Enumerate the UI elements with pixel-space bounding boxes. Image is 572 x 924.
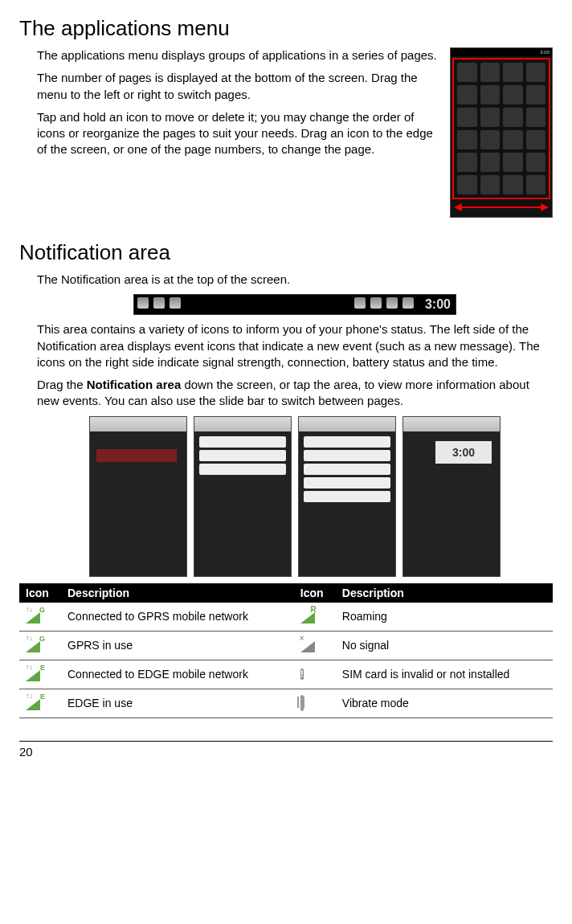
signal2-icon bbox=[386, 297, 398, 309]
table-row: ↑↓E Connected to EDGE mobile network ! S… bbox=[19, 660, 553, 689]
screenshot-app-menu: 3:00 bbox=[450, 47, 553, 218]
screenshot-notification-bar: 3:00 bbox=[133, 294, 456, 315]
sim-invalid-icon: ! bbox=[300, 668, 304, 680]
battery-icon bbox=[402, 297, 414, 309]
table-header-description: Description bbox=[336, 583, 553, 603]
table-header-icon: Icon bbox=[294, 583, 336, 603]
table-header-icon: Icon bbox=[19, 583, 61, 603]
table-row: ↑↓G GPRS in use × No signal bbox=[19, 631, 553, 660]
page-number: 20 bbox=[19, 741, 553, 758]
body-text: The Notification area is at the top of t… bbox=[37, 272, 553, 288]
camera-icon bbox=[137, 297, 149, 309]
vibrate-mode-icon bbox=[300, 695, 304, 711]
icon-reference-table: Icon Description Icon Description ↑↓G Co… bbox=[19, 583, 553, 718]
screenshot-panel-2 bbox=[194, 416, 292, 577]
table-header-description: Description bbox=[61, 583, 294, 603]
screenshot-row: 3:00 bbox=[37, 416, 553, 577]
usb-icon bbox=[153, 297, 165, 309]
body-text: Drag the Notification area down the scre… bbox=[37, 377, 553, 410]
gprs-in-use-icon: ↑↓G bbox=[26, 636, 43, 652]
wifi-icon bbox=[354, 297, 366, 309]
screenshot-panel-3 bbox=[298, 416, 396, 577]
gprs-connected-icon: ↑↓G bbox=[26, 607, 43, 623]
screenshot-panel-4: 3:00 bbox=[402, 416, 500, 577]
debug-icon bbox=[170, 297, 181, 309]
roaming-icon: R bbox=[300, 607, 318, 623]
section-heading-applications-menu: The applications menu bbox=[19, 16, 553, 41]
svg-marker-2 bbox=[541, 203, 549, 211]
svg-marker-1 bbox=[454, 203, 462, 211]
screenshot-panel-1 bbox=[89, 416, 187, 577]
status-time: 3:00 bbox=[425, 295, 451, 314]
signal-icon bbox=[370, 297, 382, 309]
table-row: ↑↓G Connected to GPRS mobile network R R… bbox=[19, 603, 553, 632]
table-row: ↑↓E EDGE in use Vibrate mode bbox=[19, 689, 553, 718]
section-heading-notification-area: Notification area bbox=[19, 240, 553, 265]
no-signal-icon: × bbox=[300, 636, 318, 652]
edge-connected-icon: ↑↓E bbox=[26, 665, 43, 681]
edge-in-use-icon: ↑↓E bbox=[26, 694, 43, 710]
body-text: This area contains a variety of icons to… bbox=[37, 321, 553, 370]
